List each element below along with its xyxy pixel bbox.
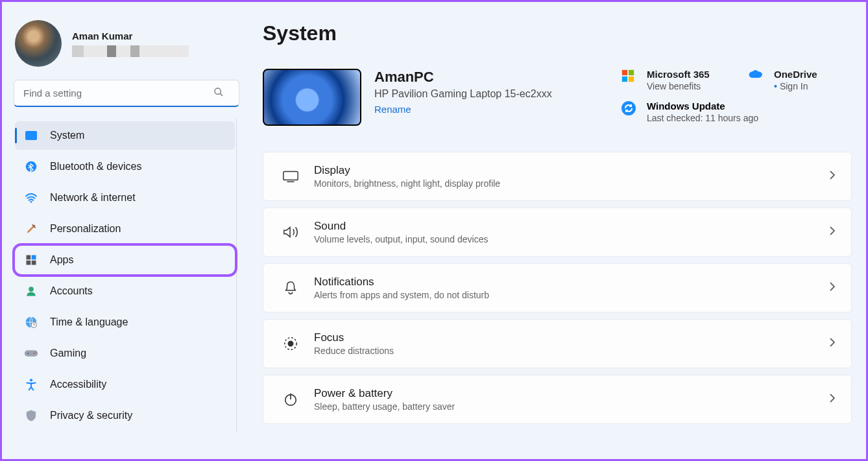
sidebar: Aman Kumar System Bluetooth & devices Ne… [2, 2, 248, 459]
sidebar-item-network[interactable]: Network & internet [15, 183, 235, 212]
card-notifications[interactable]: Notifications Alerts from apps and syste… [263, 263, 852, 313]
microsoft365-icon [621, 69, 643, 86]
svg-point-8 [29, 287, 34, 292]
display-icon [279, 169, 302, 183]
card-title: Focus [314, 331, 829, 344]
power-icon [279, 392, 302, 407]
svg-rect-16 [622, 70, 627, 75]
settings-cards: Display Monitors, brightness, night ligh… [263, 152, 852, 424]
sound-icon [279, 225, 302, 239]
sidebar-item-accounts[interactable]: Accounts [15, 277, 235, 305]
card-sub: Volume levels, output, input, sound devi… [314, 234, 829, 244]
svg-rect-5 [32, 255, 36, 260]
main-content: System AmanPC HP Pavilion Gaming Laptop … [248, 2, 866, 459]
globe-clock-icon [24, 315, 38, 329]
gamepad-icon [24, 346, 38, 361]
svg-point-3 [30, 201, 32, 203]
sidebar-item-gaming[interactable]: Gaming [15, 339, 235, 368]
chevron-right-icon [829, 393, 836, 406]
svg-rect-4 [27, 255, 31, 260]
svg-point-23 [288, 341, 293, 346]
card-title: Sound [314, 220, 829, 233]
svg-rect-17 [629, 70, 634, 75]
profile-name: Aman Kumar [72, 30, 237, 41]
shield-icon [24, 408, 38, 423]
sidebar-item-label: Time & language [50, 316, 128, 328]
bluetooth-icon [24, 160, 38, 174]
search-icon [213, 87, 224, 100]
profile-email-blurred [72, 45, 189, 57]
device-name: AmanPC [374, 69, 608, 86]
focus-icon [279, 336, 302, 351]
rename-link[interactable]: Rename [374, 104, 411, 115]
profile-block[interactable]: Aman Kumar [14, 20, 237, 67]
m365-title: Microsoft 365 [647, 69, 744, 80]
svg-rect-7 [32, 261, 36, 265]
sidebar-item-time[interactable]: Time & language [15, 308, 235, 337]
card-sub: Monitors, brightness, night light, displ… [314, 178, 829, 189]
device-model: HP Pavilion Gaming Laptop 15-ec2xxx [374, 88, 608, 100]
m365-sub: View benefits [647, 81, 744, 91]
card-title: Display [314, 164, 829, 177]
microsoft365-block[interactable]: Microsoft 365 View benefits [647, 69, 744, 91]
sidebar-item-accessibility[interactable]: Accessibility [15, 370, 235, 399]
card-sub: Alerts from apps and system, do not dist… [314, 290, 829, 300]
svg-point-20 [621, 101, 636, 115]
chevron-right-icon [829, 170, 836, 183]
search-input[interactable] [14, 80, 239, 107]
sidebar-item-label: Accessibility [50, 379, 106, 390]
card-sound[interactable]: Sound Volume levels, output, input, soun… [263, 207, 852, 257]
sidebar-item-label: Apps [50, 254, 73, 266]
paintbrush-icon [24, 222, 38, 236]
sidebar-item-label: Bluetooth & devices [50, 161, 141, 172]
accessibility-icon [24, 377, 38, 392]
sidebar-item-label: Privacy & security [50, 410, 132, 421]
svg-point-12 [27, 353, 29, 354]
sidebar-item-privacy[interactable]: Privacy & security [15, 401, 235, 430]
windows-update-block[interactable]: Windows Update Last checked: 11 hours ag… [647, 100, 852, 123]
card-display[interactable]: Display Monitors, brightness, night ligh… [263, 152, 852, 201]
card-title: Power & battery [314, 387, 829, 400]
nav-list: System Bluetooth & devices Network & int… [14, 119, 237, 432]
svg-point-15 [30, 379, 32, 381]
sidebar-item-bluetooth[interactable]: Bluetooth & devices [15, 152, 235, 181]
onedrive-block[interactable]: OneDrive •Sign In [774, 69, 852, 91]
onedrive-icon [748, 69, 770, 83]
sidebar-item-label: System [50, 130, 84, 141]
windows-update-icon [621, 100, 643, 119]
page-title: System [263, 21, 852, 45]
person-icon [24, 284, 38, 298]
apps-icon [24, 253, 38, 267]
svg-rect-11 [25, 350, 38, 356]
chevron-right-icon [829, 281, 836, 294]
svg-rect-19 [629, 77, 634, 82]
sidebar-item-label: Personalization [50, 223, 121, 235]
sidebar-item-system[interactable]: System [15, 121, 235, 150]
card-title: Notifications [314, 276, 829, 289]
sidebar-item-label: Network & internet [50, 192, 136, 204]
chevron-right-icon [829, 226, 836, 239]
wifi-icon [24, 191, 38, 205]
svg-point-13 [34, 353, 35, 354]
monitor-icon [24, 128, 38, 143]
card-focus[interactable]: Focus Reduce distractions [263, 319, 852, 368]
device-hero: AmanPC HP Pavilion Gaming Laptop 15-ec2x… [263, 69, 852, 126]
svg-rect-6 [27, 261, 31, 265]
wallpaper-thumbnail[interactable] [263, 69, 361, 126]
sidebar-item-label: Gaming [50, 348, 86, 359]
onedrive-sub: Sign In [780, 81, 808, 91]
sidebar-item-apps[interactable]: Apps [15, 246, 235, 274]
svg-line-1 [220, 93, 223, 96]
bell-icon [279, 280, 302, 296]
card-power[interactable]: Power & battery Sleep, battery usage, ba… [263, 375, 852, 424]
avatar [15, 20, 62, 67]
chevron-right-icon [829, 337, 836, 350]
update-title: Windows Update [647, 100, 852, 112]
card-sub: Reduce distractions [314, 346, 829, 356]
svg-point-0 [215, 88, 221, 94]
sidebar-item-personalization[interactable]: Personalization [15, 215, 235, 243]
onedrive-title: OneDrive [774, 69, 852, 80]
svg-point-14 [35, 351, 36, 353]
update-sub: Last checked: 11 hours ago [647, 113, 852, 123]
sidebar-item-label: Accounts [50, 285, 93, 297]
